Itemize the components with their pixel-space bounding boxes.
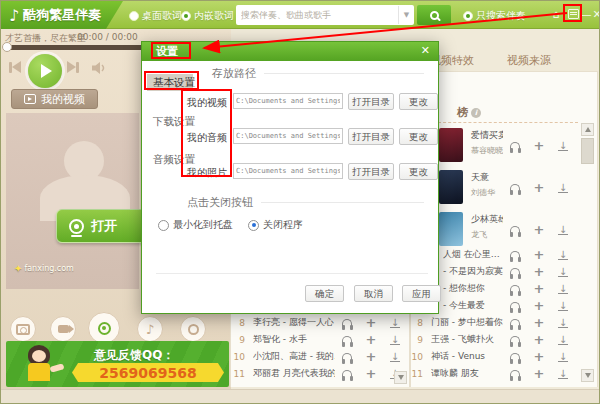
change-button[interactable]: 更改 xyxy=(399,128,438,145)
search-input[interactable] xyxy=(236,7,398,23)
listen-button[interactable] xyxy=(503,336,527,344)
change-button[interactable]: 更改 xyxy=(399,163,438,180)
add-button[interactable]: + xyxy=(527,318,551,328)
my-video-button[interactable]: 我的视频 xyxy=(11,89,98,109)
ok-button[interactable]: 确定 xyxy=(305,285,344,302)
download-button[interactable]: ↓ xyxy=(551,141,575,151)
add-button[interactable]: + xyxy=(527,352,551,362)
add-button[interactable]: + xyxy=(527,250,551,260)
change-button[interactable]: 更改 xyxy=(399,93,438,110)
add-button[interactable]: + xyxy=(359,369,383,379)
listen-button[interactable] xyxy=(335,353,359,361)
add-button[interactable]: + xyxy=(527,335,551,345)
featured-song-row[interactable]: 天意 刘德华 + ↓ xyxy=(439,168,575,208)
download-button[interactable]: ↓ xyxy=(551,250,575,260)
listen-button[interactable] xyxy=(503,370,527,378)
download-button[interactable]: ↓ xyxy=(383,335,407,345)
song-row[interactable]: 8 门丽 - 梦中想着你 + ↓ xyxy=(407,315,575,330)
featured-song-row[interactable]: 少林英雄 龙飞 + ↓ xyxy=(439,210,575,250)
open-directory-button[interactable]: 打开目录 xyxy=(348,128,394,145)
scroll-down-button[interactable] xyxy=(394,371,407,384)
featured-song-row[interactable]: 爱情买卖 慕容晓晓 + ↓ xyxy=(439,126,575,166)
listen-button[interactable] xyxy=(335,319,359,327)
download-button[interactable]: ↓ xyxy=(551,225,575,235)
play-button[interactable] xyxy=(28,54,62,88)
add-button[interactable]: + xyxy=(527,141,551,151)
search-only-accompaniment-radio[interactable]: 只搜索伴奏 xyxy=(463,9,526,23)
listen-button[interactable] xyxy=(503,353,527,361)
download-button[interactable]: ↓ xyxy=(551,352,575,362)
listen-button[interactable] xyxy=(335,370,359,378)
volume-icon[interactable] xyxy=(91,60,109,79)
apply-button[interactable]: 应用 xyxy=(402,285,441,302)
path-input-video[interactable] xyxy=(233,93,343,109)
listen-button[interactable] xyxy=(503,319,527,327)
dialog-close-button[interactable]: ✕ xyxy=(421,44,430,57)
song-row[interactable]: 9 郑智化 - 水手 + ↓ xyxy=(229,332,407,347)
scroll-down-button[interactable] xyxy=(581,369,594,382)
open-directory-button[interactable]: 打开目录 xyxy=(348,93,394,110)
download-button[interactable]: ↓ xyxy=(551,335,575,345)
add-button[interactable]: + xyxy=(527,267,551,277)
feedback-banner[interactable]: 意见反馈QQ： 2569069568 xyxy=(6,341,229,387)
path-input-audio[interactable] xyxy=(233,128,343,144)
listen-button[interactable] xyxy=(503,226,527,234)
close-program-radio[interactable]: 关闭程序 xyxy=(248,218,303,232)
info-icon[interactable]: i xyxy=(471,108,481,118)
listen-button[interactable] xyxy=(503,285,527,293)
path-input-photo[interactable] xyxy=(233,163,343,179)
listen-button[interactable] xyxy=(503,251,527,259)
download-button[interactable]: ↓ xyxy=(551,369,575,379)
song-row[interactable]: 人烟 在心里… + ↓ xyxy=(443,247,575,262)
listen-button[interactable] xyxy=(503,184,527,192)
tab-video-source[interactable]: 视频来源 xyxy=(507,53,551,68)
skin-icon[interactable]: ⌂ xyxy=(549,7,563,22)
next-button[interactable] xyxy=(67,61,79,73)
previous-button[interactable] xyxy=(9,61,21,73)
download-button[interactable]: ↓ xyxy=(551,267,575,277)
nav-download-settings[interactable]: 下载设置 xyxy=(147,113,193,130)
song-row[interactable]: 11 邓丽君 月亮代表我的心 + ↓ xyxy=(229,366,407,381)
search-button[interactable] xyxy=(417,5,451,25)
listen-button[interactable] xyxy=(503,268,527,276)
search-dropdown-icon[interactable]: ▼ xyxy=(398,6,414,24)
progress-knob[interactable] xyxy=(2,42,12,52)
song-row[interactable]: 10 小沈阳、高进 - 我的… + ↓ xyxy=(229,349,407,364)
add-button[interactable]: + xyxy=(527,284,551,294)
open-directory-button[interactable]: 打开目录 xyxy=(348,163,394,180)
close-button[interactable]: ✕ xyxy=(590,7,600,22)
listen-button[interactable] xyxy=(503,302,527,310)
add-button[interactable]: + xyxy=(527,183,551,193)
listen-button[interactable] xyxy=(503,142,527,150)
embedded-lyrics-radio[interactable]: 内嵌歌词 xyxy=(181,9,234,23)
desktop-lyrics-radio[interactable]: 桌面歌词 xyxy=(129,9,182,23)
add-button[interactable]: + xyxy=(359,318,383,328)
download-button[interactable]: ↓ xyxy=(383,318,407,328)
download-button[interactable]: ↓ xyxy=(551,284,575,294)
song-row[interactable]: 9 王强 - 飞蛾扑火 + ↓ xyxy=(407,332,575,347)
add-button[interactable]: + xyxy=(359,352,383,362)
cancel-button[interactable]: 取消 xyxy=(354,285,393,302)
song-row[interactable]: - 今生最爱 + ↓ xyxy=(443,298,575,313)
download-button[interactable]: ↓ xyxy=(551,301,575,311)
song-row[interactable]: - 想你想你 + ↓ xyxy=(443,281,575,296)
add-button[interactable]: + xyxy=(527,225,551,235)
minimize-to-tray-radio[interactable]: 最小化到托盘 xyxy=(158,218,233,232)
download-button[interactable]: ↓ xyxy=(551,318,575,328)
add-button[interactable]: + xyxy=(527,369,551,379)
add-button[interactable]: + xyxy=(359,335,383,345)
mascot-arm xyxy=(49,363,64,372)
main-menu-icon[interactable] xyxy=(568,9,579,19)
listen-button[interactable] xyxy=(335,336,359,344)
download-button[interactable]: ↓ xyxy=(551,183,575,193)
scrollbar-thumb[interactable] xyxy=(581,138,594,164)
song-row[interactable]: 8 李行亮 - 愿得一人心 + ↓ xyxy=(229,315,407,330)
nav-basic-settings[interactable]: 基本设置 xyxy=(147,74,193,91)
scroll-up-button[interactable] xyxy=(581,123,594,136)
app-title: 酷狗繁星伴奏 xyxy=(23,6,101,24)
song-row[interactable]: 11 谭咏麟 朋友 + ↓ xyxy=(407,366,575,381)
download-button[interactable]: ↓ xyxy=(383,352,407,362)
song-row[interactable]: 10 神话 - Venus + ↓ xyxy=(407,349,575,364)
song-row[interactable]: - 不是因为寂寞… + ↓ xyxy=(443,264,575,279)
add-button[interactable]: + xyxy=(527,301,551,311)
